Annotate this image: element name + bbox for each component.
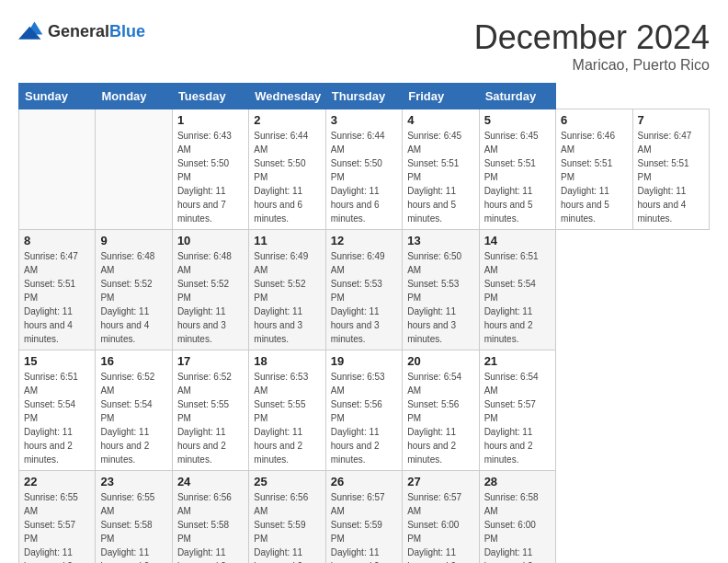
- day-number: 9: [100, 234, 166, 247]
- calendar-cell: 5 Sunrise: 6:45 AMSunset: 5:51 PMDayligh…: [479, 109, 555, 230]
- month-title: December 2024: [474, 18, 710, 57]
- day-info: Sunrise: 6:54 AMSunset: 5:57 PMDaylight:…: [484, 372, 539, 465]
- day-info: Sunrise: 6:52 AMSunset: 5:55 PMDaylight:…: [177, 372, 232, 465]
- calendar-week-row: 1 Sunrise: 6:43 AMSunset: 5:50 PMDayligh…: [19, 109, 710, 230]
- calendar-cell: 1 Sunrise: 6:43 AMSunset: 5:50 PMDayligh…: [172, 109, 248, 230]
- day-number: 28: [484, 475, 551, 488]
- day-number: 1: [177, 113, 244, 127]
- calendar-cell: 19 Sunrise: 6:53 AMSunset: 5:56 PMDaylig…: [325, 350, 402, 471]
- day-number: 15: [24, 354, 90, 368]
- day-info: Sunrise: 6:45 AMSunset: 5:51 PMDaylight:…: [484, 131, 539, 224]
- day-info: Sunrise: 6:48 AMSunset: 5:52 PMDaylight:…: [177, 251, 232, 344]
- day-number: 18: [254, 354, 320, 368]
- calendar-week-row: 22 Sunrise: 6:55 AMSunset: 5:57 PMDaylig…: [19, 471, 710, 564]
- day-info: Sunrise: 6:49 AMSunset: 5:52 PMDaylight:…: [254, 251, 308, 344]
- calendar-cell: 12 Sunrise: 6:49 AMSunset: 5:53 PMDaylig…: [325, 230, 402, 350]
- title-area: December 2024 Maricao, Puerto Rico: [474, 18, 710, 74]
- calendar-cell: 20 Sunrise: 6:54 AMSunset: 5:56 PMDaylig…: [403, 350, 479, 471]
- day-number: 4: [407, 113, 473, 127]
- weekday-header-row: SundayMondayTuesdayWednesdayThursdayFrid…: [19, 84, 710, 109]
- calendar-cell: 9 Sunrise: 6:48 AMSunset: 5:52 PMDayligh…: [96, 230, 172, 350]
- day-info: Sunrise: 6:53 AMSunset: 5:56 PMDaylight:…: [331, 372, 385, 465]
- day-info: Sunrise: 6:51 AMSunset: 5:54 PMDaylight:…: [24, 372, 78, 465]
- day-number: 2: [254, 113, 320, 127]
- day-info: Sunrise: 6:50 AMSunset: 5:53 PMDaylight:…: [407, 251, 461, 344]
- day-number: 21: [484, 354, 551, 368]
- day-number: 6: [561, 113, 627, 127]
- calendar-cell: 10 Sunrise: 6:48 AMSunset: 5:52 PMDaylig…: [172, 230, 248, 350]
- day-info: Sunrise: 6:44 AMSunset: 5:50 PMDaylight:…: [331, 131, 385, 224]
- calendar-cell: 13 Sunrise: 6:50 AMSunset: 5:53 PMDaylig…: [403, 230, 479, 350]
- day-number: 19: [331, 354, 397, 368]
- day-info: Sunrise: 6:52 AMSunset: 5:54 PMDaylight:…: [100, 372, 154, 465]
- day-info: Sunrise: 6:49 AMSunset: 5:53 PMDaylight:…: [331, 251, 385, 344]
- day-info: Sunrise: 6:47 AMSunset: 5:51 PMDaylight:…: [638, 131, 692, 224]
- calendar-cell: 24 Sunrise: 6:56 AMSunset: 5:58 PMDaylig…: [172, 471, 248, 564]
- day-info: Sunrise: 6:47 AMSunset: 5:51 PMDaylight:…: [24, 251, 78, 344]
- day-info: Sunrise: 6:45 AMSunset: 5:51 PMDaylight:…: [407, 131, 461, 224]
- day-number: 11: [254, 234, 320, 247]
- weekday-header: Wednesday: [249, 84, 325, 109]
- logo-text-general: General: [48, 22, 109, 40]
- calendar-cell: 7 Sunrise: 6:47 AMSunset: 5:51 PMDayligh…: [632, 109, 710, 230]
- day-info: Sunrise: 6:46 AMSunset: 5:51 PMDaylight:…: [561, 131, 615, 224]
- calendar-cell: [96, 109, 172, 230]
- day-info: Sunrise: 6:55 AMSunset: 5:57 PMDaylight:…: [24, 492, 78, 563]
- day-info: Sunrise: 6:55 AMSunset: 5:58 PMDaylight:…: [100, 492, 154, 563]
- calendar-cell: 3 Sunrise: 6:44 AMSunset: 5:50 PMDayligh…: [325, 109, 402, 230]
- day-info: Sunrise: 6:57 AMSunset: 5:59 PMDaylight:…: [331, 492, 385, 563]
- weekday-header: Saturday: [479, 84, 555, 109]
- calendar-cell: 15 Sunrise: 6:51 AMSunset: 5:54 PMDaylig…: [19, 350, 96, 471]
- day-info: Sunrise: 6:57 AMSunset: 6:00 PMDaylight:…: [407, 492, 461, 563]
- weekday-header: Thursday: [325, 84, 402, 109]
- calendar-cell: 6 Sunrise: 6:46 AMSunset: 5:51 PMDayligh…: [556, 109, 632, 230]
- calendar-week-row: 15 Sunrise: 6:51 AMSunset: 5:54 PMDaylig…: [19, 350, 710, 471]
- day-number: 22: [24, 475, 90, 488]
- day-info: Sunrise: 6:48 AMSunset: 5:52 PMDaylight:…: [100, 251, 154, 344]
- calendar-table: SundayMondayTuesdayWednesdayThursdayFrid…: [18, 83, 710, 563]
- day-number: 27: [407, 475, 473, 488]
- day-number: 5: [484, 113, 551, 127]
- page-header: GeneralBlue December 2024 Maricao, Puert…: [18, 18, 710, 74]
- day-info: Sunrise: 6:44 AMSunset: 5:50 PMDaylight:…: [254, 131, 308, 224]
- day-number: 25: [254, 475, 320, 488]
- day-info: Sunrise: 6:56 AMSunset: 5:59 PMDaylight:…: [254, 492, 308, 563]
- weekday-header: Friday: [403, 84, 479, 109]
- logo-icon: [18, 18, 44, 44]
- calendar-cell: 26 Sunrise: 6:57 AMSunset: 5:59 PMDaylig…: [325, 471, 402, 564]
- day-number: 13: [407, 234, 473, 247]
- logo: GeneralBlue: [18, 18, 145, 44]
- weekday-header: Monday: [96, 84, 172, 109]
- calendar-cell: 4 Sunrise: 6:45 AMSunset: 5:51 PMDayligh…: [403, 109, 479, 230]
- day-info: Sunrise: 6:58 AMSunset: 6:00 PMDaylight:…: [484, 492, 539, 563]
- day-number: 20: [407, 354, 473, 368]
- day-number: 23: [100, 475, 166, 488]
- day-number: 7: [638, 113, 705, 127]
- calendar-cell: 27 Sunrise: 6:57 AMSunset: 6:00 PMDaylig…: [403, 471, 479, 564]
- calendar-cell: 28 Sunrise: 6:58 AMSunset: 6:00 PMDaylig…: [479, 471, 555, 564]
- calendar-cell: 8 Sunrise: 6:47 AMSunset: 5:51 PMDayligh…: [19, 230, 96, 350]
- day-info: Sunrise: 6:51 AMSunset: 5:54 PMDaylight:…: [484, 251, 539, 344]
- day-info: Sunrise: 6:43 AMSunset: 5:50 PMDaylight:…: [177, 131, 232, 224]
- day-number: 26: [331, 475, 397, 488]
- day-number: 3: [331, 113, 397, 127]
- day-number: 8: [24, 234, 90, 247]
- weekday-header: Sunday: [19, 84, 96, 109]
- calendar-cell: 18 Sunrise: 6:53 AMSunset: 5:55 PMDaylig…: [249, 350, 325, 471]
- calendar-cell: 14 Sunrise: 6:51 AMSunset: 5:54 PMDaylig…: [479, 230, 555, 350]
- day-info: Sunrise: 6:54 AMSunset: 5:56 PMDaylight:…: [407, 372, 461, 465]
- calendar-cell: 2 Sunrise: 6:44 AMSunset: 5:50 PMDayligh…: [249, 109, 325, 230]
- calendar-week-row: 8 Sunrise: 6:47 AMSunset: 5:51 PMDayligh…: [19, 230, 710, 350]
- calendar-cell: 16 Sunrise: 6:52 AMSunset: 5:54 PMDaylig…: [96, 350, 172, 471]
- day-number: 17: [177, 354, 244, 368]
- calendar-cell: 11 Sunrise: 6:49 AMSunset: 5:52 PMDaylig…: [249, 230, 325, 350]
- calendar-cell: [19, 109, 96, 230]
- day-number: 24: [177, 475, 244, 488]
- day-number: 10: [177, 234, 244, 247]
- calendar-cell: 21 Sunrise: 6:54 AMSunset: 5:57 PMDaylig…: [479, 350, 555, 471]
- day-info: Sunrise: 6:53 AMSunset: 5:55 PMDaylight:…: [254, 372, 308, 465]
- calendar-cell: 17 Sunrise: 6:52 AMSunset: 5:55 PMDaylig…: [172, 350, 248, 471]
- day-number: 12: [331, 234, 397, 247]
- calendar-cell: 25 Sunrise: 6:56 AMSunset: 5:59 PMDaylig…: [249, 471, 325, 564]
- day-number: 16: [100, 354, 166, 368]
